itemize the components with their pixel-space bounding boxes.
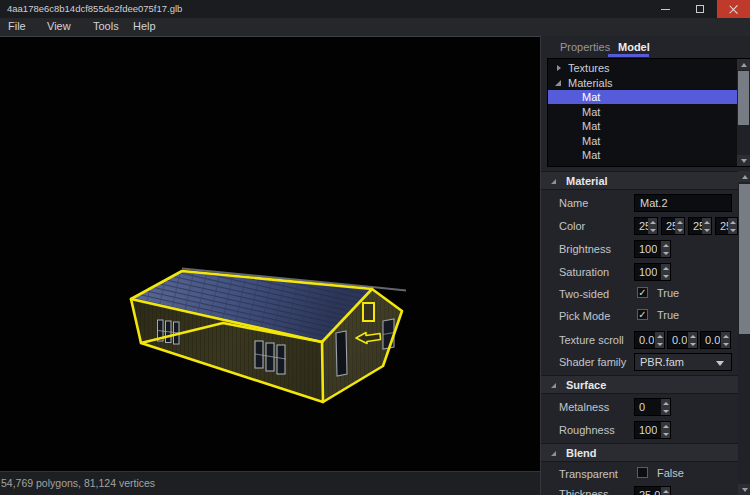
- app-window: 4aa178e6c8b14dcf855de2fdee075f17.glb Fil…: [0, 0, 750, 495]
- tree-item-textures[interactable]: Textures: [548, 61, 737, 75]
- tree-scrollbar[interactable]: [737, 59, 750, 166]
- form-scrollbar[interactable]: [738, 171, 750, 495]
- texture-scroll-y-stepper[interactable]: 0.0: [667, 331, 698, 349]
- menu-bar: File View Tools Help: [0, 18, 750, 36]
- metalness-stepper[interactable]: 0: [634, 398, 671, 416]
- tree-item-mat-1[interactable]: Mat: [548, 105, 737, 119]
- maximize-button[interactable]: [685, 0, 715, 18]
- tree-label: Mat: [582, 119, 600, 133]
- minimize-icon: [661, 9, 670, 10]
- scroll-up-icon[interactable]: [738, 171, 750, 182]
- texture-scroll-x-stepper[interactable]: 0.0: [634, 331, 665, 349]
- saturation-label: Saturation: [559, 266, 609, 278]
- name-input[interactable]: Mat.2: [634, 194, 732, 212]
- menu-file[interactable]: File: [8, 20, 26, 32]
- spinner-arrows-icon[interactable]: [655, 332, 664, 348]
- thickness-label: Thickness: [559, 488, 609, 495]
- tree-label: Textures: [568, 61, 610, 75]
- properties-panel: Properties Model Textures Materials Mat …: [540, 36, 750, 495]
- color-label: Color: [559, 220, 585, 232]
- section-blend[interactable]: Blend: [541, 443, 738, 462]
- tree-item-mat-2[interactable]: Mat: [548, 119, 737, 133]
- collapse-icon[interactable]: [551, 383, 556, 388]
- saturation-stepper[interactable]: 100: [634, 263, 671, 281]
- color-a-stepper[interactable]: 255: [715, 217, 738, 235]
- model-tree: Textures Materials Mat Mat Mat Mat Mat: [547, 58, 750, 167]
- tree-item-mat-4[interactable]: Mat: [548, 148, 737, 162]
- spinner-arrows-icon[interactable]: [661, 399, 670, 415]
- transparent-label: Transparent: [559, 468, 618, 480]
- form-scrollbar-thumb[interactable]: [739, 184, 750, 334]
- section-material[interactable]: Material: [541, 171, 738, 190]
- transparent-value: False: [657, 467, 684, 479]
- section-title: Material: [566, 175, 608, 187]
- two-sided-label: Two-sided: [559, 288, 609, 300]
- color-g-stepper[interactable]: 255: [661, 217, 685, 235]
- gable-door: [336, 331, 347, 376]
- tree-label: Mat: [582, 90, 600, 104]
- section-surface[interactable]: Surface: [541, 375, 738, 394]
- tree-scrollbar-thumb[interactable]: [738, 71, 749, 125]
- color-b-stepper[interactable]: 255: [688, 217, 712, 235]
- section-title: Blend: [566, 447, 597, 459]
- tree-item-mat-3[interactable]: Mat: [548, 134, 737, 148]
- collapse-icon[interactable]: [551, 179, 556, 184]
- shader-family-label: Shader family: [559, 356, 626, 368]
- brightness-label: Brightness: [559, 243, 611, 255]
- color-r-stepper[interactable]: 255: [634, 217, 658, 235]
- two-sided-checkbox[interactable]: ✓: [637, 287, 648, 298]
- menu-help[interactable]: Help: [133, 20, 156, 32]
- spinner-arrows-icon[interactable]: [721, 332, 730, 348]
- transparent-checkbox[interactable]: [637, 467, 648, 478]
- pick-mode-value: True: [657, 309, 679, 321]
- tree-label: Mat: [582, 148, 600, 162]
- scroll-down-icon[interactable]: [738, 484, 750, 495]
- spinner-arrows-icon[interactable]: [661, 241, 670, 257]
- title-bar: 4aa178e6c8b14dcf855de2fdee075f17.glb: [0, 0, 750, 18]
- spinner-arrows-icon[interactable]: [702, 218, 711, 234]
- scroll-down-icon[interactable]: [737, 155, 750, 166]
- status-bar: 54,769 polygons, 81,124 vertices: [0, 471, 540, 495]
- roughness-stepper[interactable]: 100: [634, 421, 671, 439]
- section-title: Surface: [566, 379, 606, 391]
- tree-label: Mat: [582, 134, 600, 148]
- chevron-down-icon: [716, 361, 724, 366]
- tree-label: Materials: [568, 76, 613, 90]
- spinner-arrows-icon[interactable]: [661, 487, 670, 495]
- tree-item-materials[interactable]: Materials: [548, 76, 737, 90]
- spinner-arrows-icon[interactable]: [728, 218, 737, 234]
- brightness-stepper[interactable]: 100: [634, 240, 671, 258]
- roughness-label: Roughness: [559, 424, 615, 436]
- name-label: Name: [559, 197, 588, 209]
- scroll-up-icon[interactable]: [737, 59, 750, 70]
- viewport-3d[interactable]: [0, 36, 540, 471]
- tree-label: Mat: [582, 105, 600, 119]
- collapse-icon[interactable]: [551, 451, 556, 456]
- expand-right-icon[interactable]: [557, 65, 561, 71]
- shader-family-dropdown[interactable]: PBR.fam: [634, 353, 732, 371]
- spinner-arrows-icon[interactable]: [661, 264, 670, 280]
- spinner-arrows-icon[interactable]: [661, 422, 670, 438]
- texture-scroll-z-stepper[interactable]: 0.0: [700, 331, 731, 349]
- pick-mode-label: Pick Mode: [559, 310, 610, 322]
- close-button[interactable]: [717, 0, 750, 18]
- spinner-arrows-icon[interactable]: [648, 218, 657, 234]
- tree-item-mat-0[interactable]: Mat: [548, 90, 737, 104]
- window-title: 4aa178e6c8b14dcf855de2fdee075f17.glb: [7, 3, 182, 14]
- house-model: [0, 37, 540, 472]
- texture-scroll-label: Texture scroll: [559, 334, 624, 346]
- tab-model[interactable]: Model: [618, 41, 650, 53]
- expand-down-icon[interactable]: [555, 80, 561, 86]
- metalness-label: Metalness: [559, 401, 609, 413]
- thickness-stepper[interactable]: 25.0: [634, 486, 671, 495]
- maximize-icon: [696, 5, 704, 13]
- tab-properties[interactable]: Properties: [560, 41, 610, 53]
- active-tab-underline: [608, 54, 649, 57]
- pick-mode-checkbox[interactable]: ✓: [637, 309, 648, 320]
- two-sided-value: True: [657, 287, 679, 299]
- menu-tools[interactable]: Tools: [93, 20, 119, 32]
- spinner-arrows-icon[interactable]: [675, 218, 684, 234]
- minimize-button[interactable]: [650, 0, 680, 18]
- menu-view[interactable]: View: [47, 20, 71, 32]
- spinner-arrows-icon[interactable]: [688, 332, 697, 348]
